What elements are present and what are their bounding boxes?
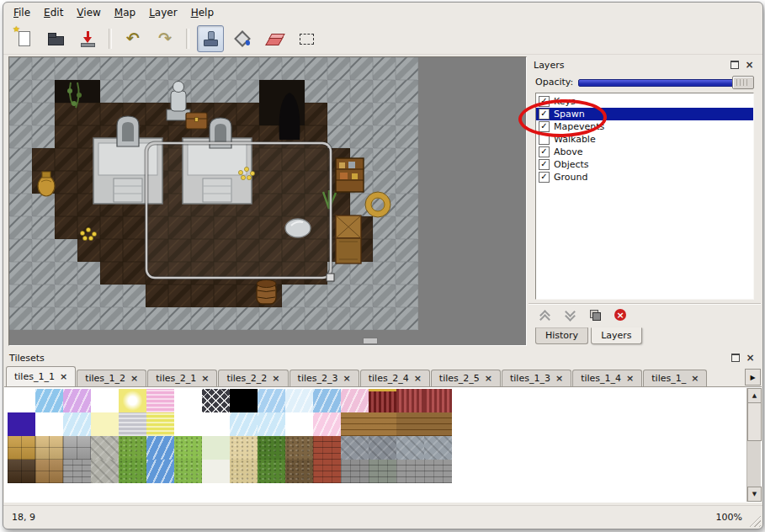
menu-layer[interactable]: Layer (142, 4, 183, 21)
map-canvas[interactable] (8, 56, 527, 346)
palette-tile-59[interactable] (313, 460, 341, 483)
palette-tile-62[interactable] (396, 460, 424, 483)
eraser-tool-button[interactable] (261, 25, 288, 52)
layer-row-walkable[interactable]: Walkable (536, 133, 753, 146)
palette-tile-38[interactable] (174, 436, 202, 460)
layer-checkbox[interactable] (539, 134, 550, 145)
tab-scroll-right-button[interactable]: ▶ (745, 369, 761, 386)
palette-tile-11[interactable] (313, 389, 341, 412)
close-tab-icon[interactable]: × (60, 373, 67, 380)
layer-row-objects[interactable]: ✓Objects (536, 158, 753, 171)
palette-tile-55[interactable] (202, 460, 230, 483)
redo-button[interactable]: ↷ (151, 25, 178, 52)
palette-tile-1[interactable] (35, 389, 63, 412)
close-tab-icon[interactable]: × (130, 375, 138, 382)
layer-checkbox[interactable]: ✓ (539, 109, 550, 120)
palette-tile-26[interactable] (285, 412, 313, 436)
layer-checkbox[interactable]: ✓ (539, 121, 550, 132)
palette-tile-31[interactable] (424, 412, 452, 436)
palette-tile-57[interactable] (258, 460, 285, 483)
palette-tile-40[interactable] (230, 436, 258, 460)
scroll-up-button[interactable]: ▲ (747, 388, 762, 403)
palette-tile-50[interactable] (63, 460, 91, 483)
canvas-scroll-thumb[interactable] (363, 338, 378, 344)
palette-tile-51[interactable] (91, 460, 119, 483)
palette-tile-20[interactable] (119, 412, 146, 436)
opacity-handle[interactable] (732, 76, 754, 89)
tileset-tab-tiles_2_3[interactable]: tiles_2_3× (290, 370, 359, 386)
palette-tile-27[interactable] (313, 412, 341, 436)
palette-tile-44[interactable] (341, 436, 369, 460)
palette-tile-37[interactable] (146, 436, 174, 460)
palette-tile-28[interactable] (341, 412, 369, 436)
palette-tile-14[interactable] (396, 389, 424, 412)
menu-file[interactable]: File (7, 4, 37, 21)
tileset-tab-tiles_2_2[interactable]: tiles_2_2× (218, 370, 288, 386)
palette-tile-10[interactable] (285, 389, 313, 412)
palette-tile-54[interactable] (174, 460, 202, 483)
close-panel-button[interactable]: × (743, 59, 756, 71)
palette-tile-34[interactable] (63, 436, 91, 460)
close-tab-icon[interactable]: × (485, 375, 492, 382)
palette-tile-3[interactable] (91, 389, 119, 412)
palette-tile-18[interactable] (63, 412, 91, 436)
scroll-down-button[interactable]: ▼ (747, 487, 762, 502)
palette-tile-43[interactable] (313, 436, 341, 460)
layer-checkbox[interactable]: ✓ (539, 96, 550, 107)
palette-tile-30[interactable] (396, 412, 424, 436)
palette-tile-13[interactable] (369, 389, 396, 412)
palette-scrollbar[interactable]: ▲ ▼ (746, 388, 761, 502)
palette-tile-61[interactable] (369, 460, 396, 483)
tileset-tab-tiles_2_4[interactable]: tiles_2_4× (360, 370, 430, 386)
palette-tile-39[interactable] (202, 436, 230, 460)
palette-tile-63[interactable] (424, 460, 452, 483)
layer-checkbox[interactable]: ✓ (539, 159, 550, 170)
tileset-tab-tiles_2_1[interactable]: tiles_2_1× (147, 370, 217, 386)
palette-tile-46[interactable] (396, 436, 424, 460)
palette-tile-60[interactable] (341, 460, 369, 483)
palette-tile-32[interactable] (8, 436, 35, 460)
palette-tile-42[interactable] (285, 436, 313, 460)
palette-tile-25[interactable] (258, 412, 285, 436)
palette-tile-45[interactable] (369, 436, 396, 460)
close-tilesets-button[interactable]: × (744, 352, 757, 364)
duplicate-layer-button[interactable] (586, 307, 604, 322)
palette-tile-12[interactable] (341, 389, 369, 412)
palette-tile-58[interactable] (285, 460, 313, 483)
close-tab-icon[interactable]: × (201, 375, 209, 382)
tileset-tab-tiles_1_1[interactable]: tiles_1_1× (6, 366, 76, 386)
layer-row-ground[interactable]: ✓Ground (536, 171, 753, 184)
palette-tile-22[interactable] (174, 412, 202, 436)
close-tab-icon[interactable]: × (272, 375, 279, 382)
palette-tile-5[interactable] (146, 389, 174, 412)
palette-tile-17[interactable] (35, 412, 63, 436)
close-tab-icon[interactable]: × (626, 375, 634, 382)
palette-tile-29[interactable] (369, 412, 396, 436)
layer-checkbox[interactable]: ✓ (539, 146, 550, 157)
save-button[interactable] (74, 25, 101, 52)
close-tab-icon[interactable]: × (414, 375, 422, 382)
palette-tile-24[interactable] (230, 412, 258, 436)
palette-tile-9[interactable] (258, 389, 285, 412)
palette-tile-4[interactable] (119, 389, 146, 412)
palette-tile-33[interactable] (35, 436, 63, 460)
palette-tile-52[interactable] (119, 460, 146, 483)
float-panel-button[interactable] (728, 59, 741, 71)
stamp-tool-button[interactable] (197, 25, 224, 52)
palette-tile-21[interactable] (146, 412, 174, 436)
layer-row-spawn[interactable]: ✓Spawn (536, 108, 753, 120)
palette-tile-0[interactable] (8, 389, 35, 412)
select-tool-button[interactable] (293, 25, 320, 52)
dock-tab-layers[interactable]: Layers (591, 327, 641, 344)
menu-map[interactable]: Map (108, 4, 142, 21)
layer-row-mapevents[interactable]: ✓Mapevents (536, 120, 753, 133)
new-button[interactable]: ★ (10, 25, 37, 52)
palette-tile-6[interactable] (174, 389, 202, 412)
move-layer-down-button[interactable] (560, 307, 579, 322)
tileset-tab-tiles_1_2[interactable]: tiles_1_2× (77, 370, 146, 386)
palette-tile-47[interactable] (424, 436, 452, 460)
tileset-tab-tiles_1_4[interactable]: tiles_1_4× (572, 370, 642, 386)
resize-grip[interactable] (749, 515, 761, 527)
palette-tile-35[interactable] (91, 436, 119, 460)
palette-tile-48[interactable] (8, 460, 35, 483)
